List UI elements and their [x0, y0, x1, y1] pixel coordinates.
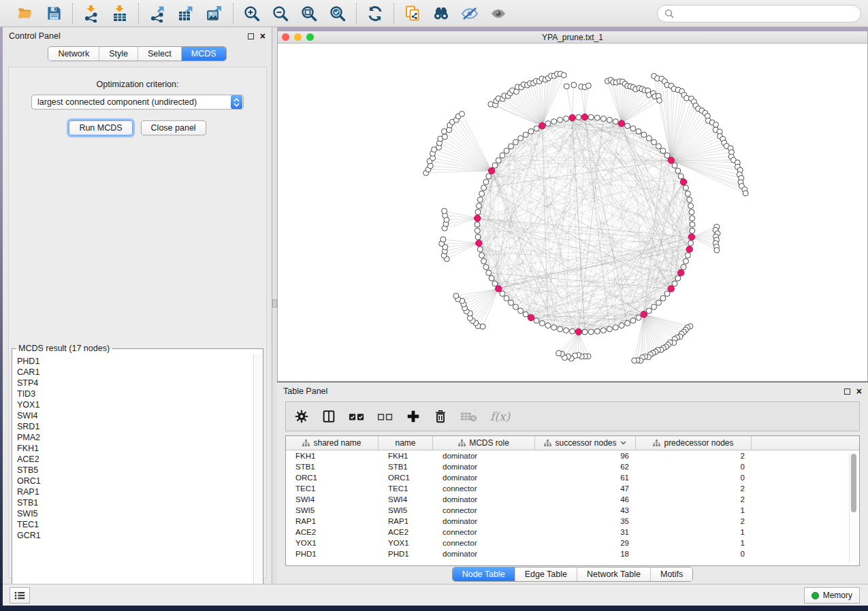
column-header-MCDS-role[interactable]: MCDS role — [433, 436, 535, 450]
eye-slash-icon — [460, 5, 479, 22]
hide-selected-button[interactable] — [460, 4, 479, 23]
table-row[interactable]: ACE2ACE2connector311 — [286, 527, 859, 538]
close-panel-icon[interactable]: × — [856, 389, 862, 395]
network-canvas[interactable] — [278, 44, 867, 381]
mcds-node-item[interactable]: GCR1 — [17, 530, 253, 541]
columns-icon — [321, 409, 336, 424]
table-tab-network-table[interactable]: Network Table — [577, 567, 650, 581]
mcds-tab-content: Optimization criterion: largest connecte… — [8, 67, 267, 578]
float-panel-icon[interactable] — [844, 389, 850, 395]
add-column-button[interactable] — [406, 409, 421, 424]
first-neighbors-button[interactable] — [432, 4, 451, 23]
control-panel-title: Control Panel — [9, 31, 61, 41]
table-row[interactable]: ORC1ORC1dominator610 — [286, 472, 859, 483]
mcds-node-item[interactable]: TEC1 — [17, 519, 253, 530]
tab-select[interactable]: Select — [138, 47, 181, 61]
close-window-button[interactable] — [282, 33, 289, 41]
panel-splitter[interactable] — [272, 27, 277, 584]
run-mcds-button[interactable]: Run MCDS — [69, 120, 132, 135]
column-label: name — [395, 438, 415, 448]
open-file-button[interactable] — [16, 4, 35, 23]
mcds-node-item[interactable]: PMA2 — [17, 432, 253, 443]
table-row[interactable]: STB1STB1dominator620 — [286, 461, 859, 472]
mcds-node-item[interactable]: SWI5 — [17, 508, 253, 519]
mcds-node-item[interactable]: RAP1 — [17, 486, 253, 497]
function-builder-button[interactable]: f(x) — [490, 410, 510, 423]
cell-MCDS-role: connector — [433, 528, 535, 536]
save-session-button[interactable] — [44, 4, 63, 23]
table-row[interactable]: RAP1RAP1dominator352 — [286, 516, 859, 527]
mcds-node-item[interactable]: YOX1 — [17, 399, 253, 410]
select-all-button[interactable] — [349, 410, 365, 423]
import-table-button[interactable] — [110, 4, 129, 23]
mcds-result-list[interactable]: PHD1CAR1STP4TID3YOX1SWI4SRD1PMA2FKH1ACE2… — [13, 354, 253, 594]
refresh-layout-button[interactable] — [366, 4, 385, 23]
mcds-node-item[interactable]: STB1 — [17, 497, 253, 508]
column-header-shared-name[interactable]: shared name — [286, 436, 379, 450]
tab-network[interactable]: Network — [48, 47, 99, 61]
maximize-window-button[interactable] — [306, 33, 314, 41]
memory-button[interactable]: Memory — [804, 587, 860, 604]
delete-column-button[interactable] — [433, 409, 448, 424]
table-tab-node-table[interactable]: Node Table — [453, 567, 515, 581]
mcds-node-item[interactable]: CAR1 — [17, 367, 253, 378]
export-image-button[interactable] — [205, 4, 224, 23]
node-table-header: shared namenameMCDS rolesuccessor nodesp… — [286, 436, 859, 450]
tab-mcds[interactable]: MCDS — [181, 47, 226, 61]
result-scrollbar[interactable] — [253, 354, 262, 594]
float-panel-icon[interactable] — [248, 33, 254, 39]
clone-network-button[interactable] — [403, 4, 422, 23]
table-scrollbar[interactable] — [849, 452, 857, 563]
mcds-node-item[interactable]: PHD1 — [17, 356, 253, 367]
criterion-dropdown[interactable]: largest connected component (undirected) — [31, 95, 244, 110]
panel-menu-button[interactable] — [10, 587, 30, 604]
mcds-node-item[interactable]: SWI4 — [17, 410, 253, 421]
zoom-out-button[interactable] — [271, 4, 290, 23]
mcds-node-item[interactable]: FKH1 — [17, 443, 253, 454]
cell-predecessor-nodes: 2 — [636, 484, 752, 493]
mcds-node-item[interactable]: ACE2 — [17, 454, 253, 465]
cell-successor-nodes: 62 — [535, 463, 636, 471]
splitter-grip[interactable] — [272, 299, 277, 308]
column-label: predecessor nodes — [664, 438, 733, 448]
search-input[interactable] — [678, 9, 854, 18]
column-header-predecessor-nodes[interactable]: predecessor nodes — [636, 436, 752, 450]
mcds-node-item[interactable]: TID3 — [17, 389, 253, 399]
zoom-in-button[interactable] — [242, 4, 261, 23]
cell-MCDS-role: dominator — [433, 452, 535, 460]
show-columns-button[interactable] — [321, 409, 336, 424]
table-settings-button[interactable] — [294, 409, 309, 424]
zoom-fit-button[interactable] — [300, 4, 319, 23]
close-panel-icon[interactable]: × — [260, 33, 266, 39]
network-window-titlebar[interactable]: YPA_prune.txt_1 — [278, 31, 867, 44]
export-network-button[interactable] — [148, 4, 167, 23]
table-row[interactable]: FKH1FKH1dominator962 — [286, 450, 859, 461]
search-box[interactable] — [657, 5, 861, 22]
minimize-window-button[interactable] — [294, 33, 302, 41]
table-row[interactable]: SWI4SWI4dominator462 — [286, 494, 859, 505]
criterion-dropdown-value: largest connected component (undirected) — [32, 97, 231, 107]
column-header-name[interactable]: name — [379, 436, 433, 450]
table-scrollbar-thumb[interactable] — [851, 454, 856, 512]
zoom-in-icon — [243, 5, 261, 22]
export-table-button[interactable] — [176, 4, 195, 23]
mcds-node-item[interactable]: ORC1 — [17, 476, 253, 486]
delete-table-button[interactable] — [460, 410, 478, 423]
mcds-node-item[interactable]: STB5 — [17, 465, 253, 476]
tab-style[interactable]: Style — [99, 47, 138, 61]
close-panel-button[interactable]: Close panel — [141, 120, 206, 135]
table-row[interactable]: SWI5SWI5connector431 — [286, 505, 859, 516]
column-header-successor-nodes[interactable]: successor nodes — [535, 436, 636, 450]
table-row[interactable]: YOX1YOX1connector291 — [286, 538, 859, 548]
table-tab-edge-table[interactable]: Edge Table — [515, 567, 577, 581]
table-tab-motifs[interactable]: Motifs — [650, 567, 692, 581]
cell-successor-nodes: 29 — [535, 539, 636, 547]
mcds-node-item[interactable]: STP4 — [17, 378, 253, 389]
import-network-button[interactable] — [82, 4, 101, 23]
show-all-button[interactable] — [489, 4, 508, 23]
table-row[interactable]: PHD1PHD1dominator180 — [286, 548, 859, 559]
mcds-node-item[interactable]: SRD1 — [17, 421, 253, 432]
zoom-selected-button[interactable] — [328, 4, 347, 23]
table-row[interactable]: TEC1TEC1connector472 — [286, 483, 859, 494]
deselect-all-button[interactable] — [377, 410, 393, 423]
